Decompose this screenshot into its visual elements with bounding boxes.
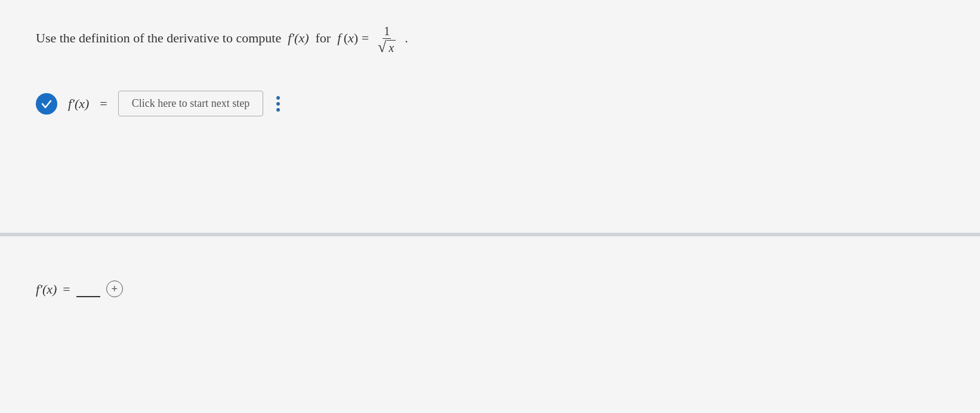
dot-2 — [276, 102, 280, 106]
equals-sign: = — [100, 96, 107, 112]
add-button[interactable]: + — [106, 281, 123, 297]
dot-3 — [276, 108, 280, 112]
fraction: 1 √ x — [377, 24, 397, 55]
bottom-content: f′(x) = + — [36, 278, 944, 297]
problem-statement: Use the definition of the derivative to … — [36, 24, 944, 55]
fraction-numerator: 1 — [383, 24, 391, 39]
dot-1 — [276, 96, 280, 100]
checkmark-svg — [41, 98, 53, 110]
bottom-card: f′(x) = + — [0, 236, 980, 413]
check-icon — [36, 93, 57, 115]
bottom-equals: = — [63, 282, 70, 297]
problem-text-middle: for — [316, 30, 331, 45]
top-card: Use the definition of the derivative to … — [0, 0, 980, 233]
f-prime-bottom-label: f′(x) — [36, 282, 57, 297]
problem-text-prefix: Use the definition of the derivative to … — [36, 30, 281, 45]
f-x-notation: f (x) = — [337, 30, 369, 45]
f-prime-notation: f′(x) — [288, 30, 309, 45]
page-container: Use the definition of the derivative to … — [0, 0, 980, 413]
answer-row: f′(x) = Click here to start next step — [36, 91, 944, 116]
sqrt-symbol: √ — [378, 39, 386, 55]
click-here-button[interactable]: Click here to start next step — [118, 91, 263, 116]
fraction-denominator: √ x — [377, 39, 397, 55]
sqrt-content: x — [387, 40, 396, 55]
dots-menu[interactable] — [274, 94, 282, 114]
period: . — [402, 30, 408, 45]
f-prime-answer-label: f′(x) — [68, 96, 89, 112]
sqrt-wrap: √ x — [378, 39, 396, 55]
answer-input[interactable] — [76, 278, 100, 297]
